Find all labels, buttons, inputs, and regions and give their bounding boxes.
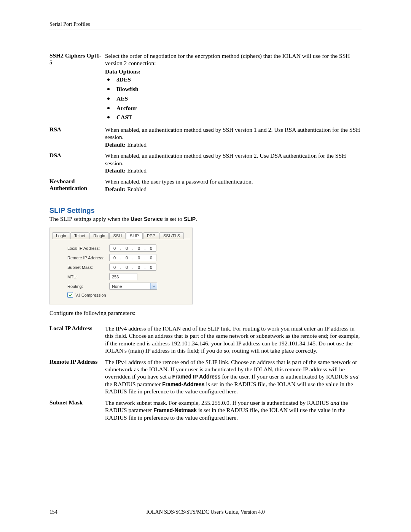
cipher-item: Arcfour (105, 104, 362, 113)
tab-strip: Login Telnet Rlogin SSH SLIP PPP SSL/TLS (50, 227, 192, 239)
tab-login[interactable]: Login (52, 232, 70, 239)
desc-local-ip-address: The IPv4 address of the IOLAN end of the… (105, 325, 362, 358)
label-subnet-mask: Subnet Mask: (67, 265, 109, 270)
vj-label: VJ Compression (75, 293, 106, 297)
definitions-params: Local IP Address The IPv4 address of the… (49, 325, 362, 425)
desc-rsa: When enabled, an authentication method u… (105, 126, 360, 140)
default-label: Default: (105, 186, 126, 192)
default-label: Default: (105, 167, 126, 174)
mtu-input[interactable]: 256 (109, 273, 137, 280)
default-value: Enabled (127, 167, 147, 174)
slip-intro: The SLIP settings apply when the User Se… (49, 216, 362, 222)
tab-ssltls[interactable]: SSL/TLS (159, 232, 184, 239)
label-local-ip: Local IP Address: (67, 246, 109, 251)
definitions-ssh: SSH2 Ciphers Opt1-5 Select the order of … (49, 52, 362, 197)
tab-ppp[interactable]: PPP (143, 232, 159, 239)
tab-ssh[interactable]: SSH (109, 232, 126, 239)
desc-keyboard-auth: When enabled, the user types in a passwo… (105, 178, 253, 185)
configure-intro: Configure the following parameters: (49, 310, 362, 316)
label-remote-ip-address: Remote IP Address (49, 358, 105, 399)
desc-ssh2: Select the order of negotiation for the … (105, 53, 350, 66)
vj-compression-checkbox[interactable]: VJ Compression (67, 292, 106, 298)
label-subnet-mask-param: Subnet Mask (49, 399, 105, 425)
checkbox-icon (67, 292, 73, 298)
default-value: Enabled (127, 186, 147, 192)
label-rsa: RSA (49, 126, 105, 152)
section-heading-slip: SLIP Settings (49, 206, 362, 215)
cipher-item: 3DES (105, 75, 362, 85)
desc-subnet-mask-param: The network subnet mask. For example, 25… (105, 399, 362, 425)
footer-text: IOLAN SDS/SCS/STS/MDC User's Guide, Vers… (49, 509, 362, 515)
cipher-item: Blowfish (105, 85, 362, 94)
desc-remote-ip-address: The IPv4 address of the remote end of th… (105, 358, 362, 399)
label-local-ip-address: Local IP Address (49, 325, 105, 358)
label-routing: Routing: (67, 284, 109, 289)
cipher-item: CAST (105, 113, 362, 122)
cipher-item: AES (105, 94, 362, 104)
data-options-label: Data Options: (105, 68, 362, 75)
slip-settings-panel: Login Telnet Rlogin SSH SLIP PPP SSL/TLS… (49, 227, 193, 305)
chevron-down-icon (150, 283, 157, 289)
page-header: Serial Port Profiles (49, 21, 362, 27)
default-label: Default: (105, 141, 126, 148)
label-keyboard-auth: Keyboard Authentication (49, 178, 105, 197)
label-remote-ip: Remote IP Address: (67, 256, 109, 260)
tab-rlogin[interactable]: Rlogin (89, 232, 109, 239)
remote-ip-input[interactable]: 0. 0. 0. 0 (109, 254, 156, 261)
tab-slip[interactable]: SLIP (126, 232, 143, 239)
default-value: Enabled (127, 141, 147, 148)
routing-select[interactable]: None (109, 283, 157, 290)
tab-telnet[interactable]: Telnet (70, 232, 89, 239)
subnet-mask-input[interactable]: 0. 0. 0. 0 (109, 264, 156, 271)
label-ssh2: SSH2 Ciphers Opt1-5 (49, 52, 105, 126)
label-dsa: DSA (49, 152, 105, 178)
local-ip-input[interactable]: 0. 0. 0. 0 (109, 244, 156, 252)
desc-dsa: When enabled, an authentication method u… (105, 152, 346, 166)
label-mtu: MTU: (67, 275, 109, 279)
header-rule (49, 29, 362, 29)
